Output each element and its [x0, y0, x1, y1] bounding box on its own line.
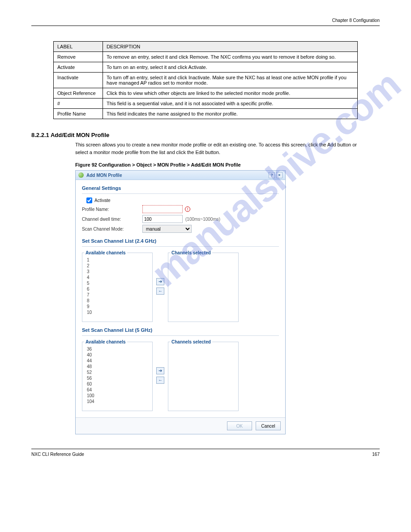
th-description: DESCRIPTION	[103, 42, 358, 52]
move-right-button[interactable]: ➔	[156, 367, 164, 374]
activate-checkbox[interactable]	[86, 197, 92, 203]
page-footer: NXC CLI Reference Guide 167	[31, 449, 380, 457]
dwell-range-text: (100ms~1000ms)	[185, 217, 220, 222]
selected-list-5[interactable]	[170, 346, 236, 409]
header-divider	[31, 26, 380, 26]
cell-desc: To turn on an entry, select it and click…	[103, 62, 358, 73]
dwell-time-input[interactable]	[142, 215, 183, 223]
table-row: Remove To remove an entry, select it and…	[54, 52, 358, 62]
help-button[interactable]: ?	[269, 172, 275, 178]
dwell-time-label: Channel dwell time:	[82, 217, 142, 222]
figure-caption: Figure 92 Configuration > Object > MON P…	[75, 162, 380, 167]
list-item[interactable]: 56	[84, 375, 150, 381]
table-row: Profile Name This field indicates the na…	[54, 109, 358, 119]
list-item[interactable]: 100	[84, 393, 150, 399]
chapter-label: Chapter 8 Configuration	[31, 18, 380, 23]
available-list-5[interactable]: 36 40 44 48 52 56 60 64 100 104	[84, 346, 150, 409]
available-list-24[interactable]: 1 2 3 4 5 6 7 8 9 10	[84, 257, 150, 320]
scan-mode-select[interactable]: manual	[142, 225, 192, 233]
dialog-icon	[78, 172, 84, 178]
available-channels-5: Available channels 36 40 44 48 52 56 60 …	[82, 339, 153, 411]
footer-page-number: 167	[372, 452, 380, 457]
cell-desc: Click this to view which other objects a…	[103, 88, 358, 99]
list-item[interactable]: 10	[84, 309, 150, 315]
table-row: Object Reference Click this to view whic…	[54, 88, 358, 99]
list-item[interactable]: 104	[84, 399, 150, 404]
table-row: # This field is a sequential value, and …	[54, 99, 358, 109]
cell-desc: This field is a sequential value, and it…	[103, 99, 358, 109]
cell-label: Profile Name	[54, 109, 103, 119]
cell-desc: To turn off an entry, select it and clic…	[103, 73, 358, 88]
list-item[interactable]: 4	[84, 275, 150, 280]
list-item[interactable]: 8	[84, 298, 150, 304]
list-item[interactable]: 40	[84, 352, 150, 358]
dialog-titlebar: Add MON Profile ? ×	[76, 171, 285, 180]
profile-name-input[interactable]	[142, 205, 183, 213]
list-item[interactable]: 64	[84, 387, 150, 393]
cancel-button[interactable]: Cancel	[256, 421, 281, 430]
available-legend: Available channels	[84, 250, 127, 255]
general-settings-heading: General Settings	[82, 185, 279, 191]
th-label: LABEL	[54, 42, 103, 52]
ok-button[interactable]: OK	[227, 421, 252, 430]
move-left-button[interactable]: ←	[156, 287, 164, 295]
list-item[interactable]: 7	[84, 292, 150, 298]
selected-legend: Channels selected	[170, 339, 212, 344]
table-row: Activate To turn on an entry, select it …	[54, 62, 358, 73]
list-item[interactable]: 48	[84, 364, 150, 369]
label-description-table: LABEL DESCRIPTION Remove To remove an en…	[53, 41, 358, 119]
scan-mode-label: Scan Channel Mode:	[82, 227, 142, 232]
divider	[82, 246, 279, 247]
cell-desc: This field indicates the name assigned t…	[103, 109, 358, 119]
cell-label: Activate	[54, 62, 103, 73]
list-item[interactable]: 1	[84, 257, 150, 263]
profile-name-label: Profile Name:	[82, 207, 142, 212]
list-item[interactable]: 3	[84, 269, 150, 275]
list-item[interactable]: 5	[84, 280, 150, 286]
list-item[interactable]: 6	[84, 286, 150, 292]
list-item[interactable]: 2	[84, 263, 150, 269]
selected-channels-5: Channels selected	[168, 339, 239, 411]
scan-24-heading: Set Scan Channel List (2.4 GHz)	[82, 238, 279, 244]
cell-desc: To remove an entry, select it and click …	[103, 52, 358, 62]
cell-label: #	[54, 99, 103, 109]
dialog-title: Add MON Profile	[86, 173, 122, 178]
selected-channels-24: Channels selected	[168, 250, 239, 322]
section-heading: 8.2.2.1 Add/Edit MON Profile	[31, 132, 380, 138]
scan-5-heading: Set Scan Channel List (5 GHz)	[82, 327, 279, 333]
list-item[interactable]: 60	[84, 381, 150, 387]
dialog-footer: OK Cancel	[76, 417, 285, 434]
cell-label: Remove	[54, 52, 103, 62]
list-item[interactable]: 44	[84, 358, 150, 364]
move-right-button[interactable]: ➔	[156, 278, 164, 285]
footer-left: NXC CLI Reference Guide	[31, 452, 84, 457]
divider	[82, 193, 279, 194]
selected-list-24[interactable]	[170, 257, 236, 320]
available-legend: Available channels	[84, 339, 127, 344]
list-item[interactable]: 9	[84, 304, 150, 309]
list-item[interactable]: 52	[84, 369, 150, 375]
close-button[interactable]: ×	[276, 172, 283, 178]
move-left-button[interactable]: ←	[156, 377, 164, 384]
table-row: Inactivate To turn off an entry, select …	[54, 73, 358, 88]
add-mon-profile-dialog: Add MON Profile ? × General Settings Act…	[75, 170, 286, 434]
list-item[interactable]: 36	[84, 346, 150, 352]
activate-label: Activate	[94, 198, 111, 203]
selected-legend: Channels selected	[170, 250, 212, 255]
section-paragraph: This screen allows you to create a new m…	[75, 141, 362, 156]
divider	[82, 335, 279, 336]
cell-label: Object Reference	[54, 88, 103, 99]
available-channels-24: Available channels 1 2 3 4 5 6 7 8 9 10	[82, 250, 153, 322]
required-warning-icon: !	[185, 206, 190, 212]
cell-label: Inactivate	[54, 73, 103, 88]
